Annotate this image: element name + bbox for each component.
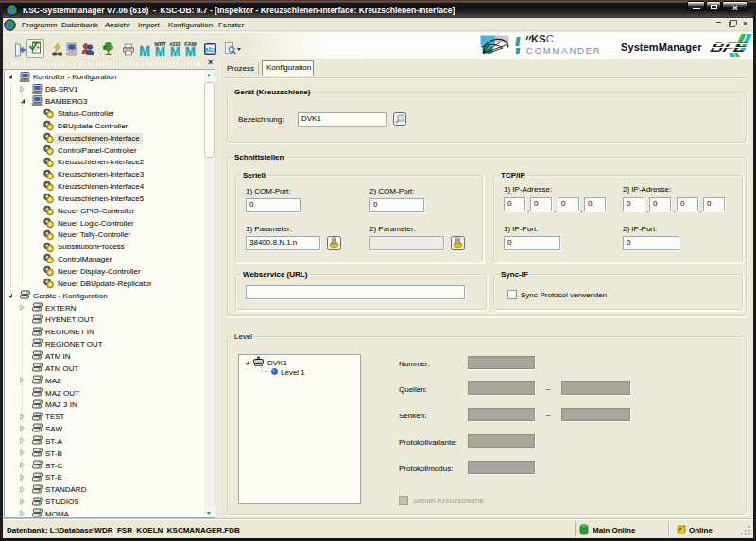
svg-text:M: M — [155, 44, 165, 57]
svg-text:abz: abz — [205, 46, 216, 53]
svg-text:M: M — [170, 44, 180, 57]
svg-text:M: M — [139, 43, 150, 57]
svg-text:M: M — [185, 44, 196, 57]
